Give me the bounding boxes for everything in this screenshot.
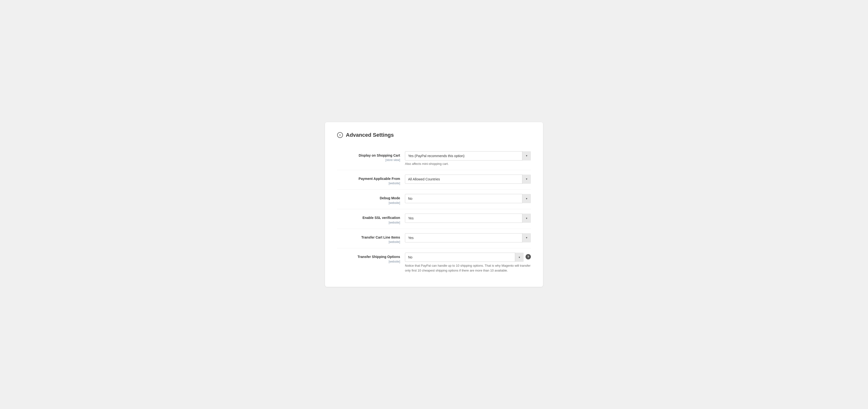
select-wrapper-debug_mode: YesNo [405,194,531,203]
field-scope-payment_applicable_from: [website] [337,182,400,185]
control-row-payment_applicable_from: All Allowed CountriesSpecific Countries [405,175,531,184]
label-col-debug_mode: Debug Mode[website] [337,194,405,205]
field-label-enable_ssl_verification: Enable SSL verification [337,215,400,221]
control-row-enable_ssl_verification: YesNo [405,213,531,223]
collapse-icon[interactable] [337,132,343,138]
form-row-transfer_shipping_options: Transfer Shipping Options[website]YesNo?… [337,248,531,277]
control-row-display_on_shopping_cart: Yes (PayPal recommends this option)No [405,151,531,160]
control-col-display_on_shopping_cart: Yes (PayPal recommends this option)NoAls… [405,151,531,166]
form-rows: Display on Shopping Cart[store view]Yes … [337,147,531,277]
select-wrapper-transfer_cart_line_items: YesNo [405,233,531,242]
control-col-enable_ssl_verification: YesNo [405,213,531,223]
select-wrapper-transfer_shipping_options: YesNo [405,253,524,262]
select-wrapper-display_on_shopping_cart: Yes (PayPal recommends this option)No [405,151,531,160]
control-row-debug_mode: YesNo [405,194,531,203]
form-row-enable_ssl_verification: Enable SSL verification[website]YesNo [337,209,531,229]
select-transfer_cart_line_items[interactable]: YesNo [405,233,531,242]
form-row-payment_applicable_from: Payment Applicable From[website]All Allo… [337,170,531,189]
advanced-settings-card: Advanced Settings Display on Shopping Ca… [325,122,543,287]
field-label-transfer_cart_line_items: Transfer Cart Line Items [337,235,400,240]
field-scope-transfer_shipping_options: [website] [337,260,400,263]
form-row-transfer_cart_line_items: Transfer Cart Line Items[website]YesNo [337,229,531,248]
field-scope-display_on_shopping_cart: [store view] [337,158,400,162]
control-col-transfer_cart_line_items: YesNo [405,233,531,242]
field-scope-enable_ssl_verification: [website] [337,221,400,224]
field-scope-debug_mode: [website] [337,201,400,205]
select-enable_ssl_verification[interactable]: YesNo [405,213,531,223]
label-col-payment_applicable_from: Payment Applicable From[website] [337,175,405,185]
select-debug_mode[interactable]: YesNo [405,194,531,203]
label-col-transfer_cart_line_items: Transfer Cart Line Items[website] [337,233,405,244]
control-row-transfer_shipping_options: YesNo? [405,253,531,262]
select-wrapper-enable_ssl_verification: YesNo [405,213,531,223]
label-col-enable_ssl_verification: Enable SSL verification[website] [337,213,405,224]
select-transfer_shipping_options[interactable]: YesNo [405,253,524,262]
control-col-payment_applicable_from: All Allowed CountriesSpecific Countries [405,175,531,184]
form-row-debug_mode: Debug Mode[website]YesNo [337,189,531,209]
label-col-display_on_shopping_cart: Display on Shopping Cart[store view] [337,151,405,162]
field-label-transfer_shipping_options: Transfer Shipping Options [337,255,400,259]
select-wrapper-payment_applicable_from: All Allowed CountriesSpecific Countries [405,175,531,184]
section-title: Advanced Settings [346,132,394,138]
field-hint-display_on_shopping_cart: Also affects mini-shopping cart. [405,162,531,166]
label-col-transfer_shipping_options: Transfer Shipping Options[website] [337,253,405,263]
field-label-display_on_shopping_cart: Display on Shopping Cart [337,153,400,158]
control-row-transfer_cart_line_items: YesNo [405,233,531,242]
select-display_on_shopping_cart[interactable]: Yes (PayPal recommends this option)No [405,151,531,160]
help-icon-wrapper-transfer_shipping_options: ? [526,254,531,259]
form-row-display_on_shopping_cart: Display on Shopping Cart[store view]Yes … [337,147,531,170]
control-col-debug_mode: YesNo [405,194,531,203]
section-header: Advanced Settings [337,132,531,138]
field-scope-transfer_cart_line_items: [website] [337,240,400,244]
field-label-debug_mode: Debug Mode [337,196,400,201]
control-col-transfer_shipping_options: YesNo?Notice that PayPal can handle up t… [405,253,531,273]
help-icon-transfer_shipping_options[interactable]: ? [526,254,531,259]
field-label-payment_applicable_from: Payment Applicable From [337,176,400,181]
select-payment_applicable_from[interactable]: All Allowed CountriesSpecific Countries [405,175,531,184]
field-note-transfer_shipping_options: Notice that PayPal can handle up to 10 s… [405,263,531,273]
